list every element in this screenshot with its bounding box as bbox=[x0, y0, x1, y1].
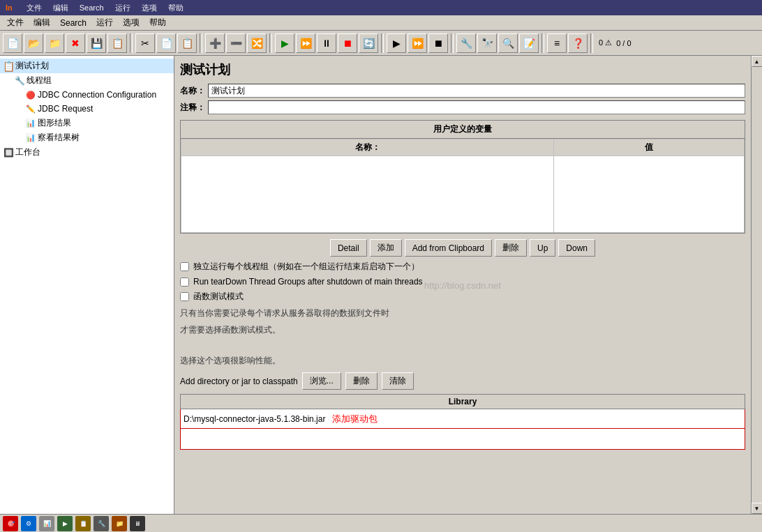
delete-button[interactable]: 删除 bbox=[495, 239, 527, 257]
os-menu-help[interactable]: 帮助 bbox=[165, 1, 186, 15]
workbench-icon: 🔲 bbox=[3, 147, 14, 158]
down-button[interactable]: Down bbox=[558, 239, 595, 257]
toolbar-clear-all[interactable]: 🔄 bbox=[359, 33, 378, 53]
os-logo: In bbox=[3, 2, 15, 13]
tree-label-test-plan: 测试计划 bbox=[15, 60, 49, 72]
toolbar-log-viewer[interactable]: 📝 bbox=[519, 33, 539, 53]
toolbar-run[interactable]: ▶ bbox=[275, 33, 294, 53]
tree-item-workbench[interactable]: 🔲 工作台 bbox=[0, 145, 174, 160]
toolbar-new[interactable]: 📄 bbox=[3, 33, 22, 53]
test-plan-icon: 📋 bbox=[3, 61, 14, 72]
toolbar-toggle[interactable]: 🔀 bbox=[247, 33, 267, 53]
checkbox-row-1: 独立运行每个线程组（例如在一个组运行结束后启动下一个） bbox=[180, 261, 745, 273]
scroll-up[interactable]: ▲ bbox=[752, 56, 763, 67]
name-label: 名称： bbox=[180, 85, 205, 97]
tree-label-graph-result: 图形结果 bbox=[38, 117, 71, 129]
toolbar-close[interactable]: ✖ bbox=[66, 33, 85, 53]
tree-label-jdbc-request: JDBC Request bbox=[38, 104, 93, 114]
toolbar-open[interactable]: 📂 bbox=[24, 33, 43, 53]
os-menu-search[interactable]: Search bbox=[77, 2, 107, 13]
tree-item-thread-group[interactable]: 🔧 线程组 bbox=[0, 73, 174, 88]
os-menu-run[interactable]: 运行 bbox=[112, 1, 133, 15]
toolbar-pause[interactable]: ⏸ bbox=[317, 33, 336, 53]
classpath-section: Add directory or jar to classpath 浏览... … bbox=[180, 372, 745, 450]
toolbar-about[interactable]: ❓ bbox=[568, 33, 588, 53]
sidebar-tree: 📋 测试计划 🔧 线程组 🔴 JDBC Connection Configura… bbox=[0, 56, 174, 514]
toolbar-remote-start-all[interactable]: ⏩ bbox=[408, 33, 427, 53]
statusbar-icon-7: 📁 bbox=[112, 516, 127, 531]
toolbar-stop[interactable]: ⏹ bbox=[338, 33, 357, 53]
app-menubar: 文件 编辑 Search 运行 选项 帮助 bbox=[0, 15, 762, 31]
toolbar-cut[interactable]: ✂ bbox=[135, 33, 155, 53]
tree-item-tree-result[interactable]: 📊 察看结果树 bbox=[0, 130, 174, 145]
tree-item-jdbc-request[interactable]: ✏️ JDBC Request bbox=[0, 102, 174, 116]
menu-options[interactable]: 选项 bbox=[119, 15, 144, 30]
toolbar-collapse[interactable]: ➖ bbox=[226, 33, 246, 53]
toolbar-save[interactable]: 💾 bbox=[87, 33, 106, 53]
checkbox-teardown[interactable] bbox=[180, 278, 189, 287]
toolbar-sep-1 bbox=[130, 33, 133, 53]
toolbar-remote-stop[interactable]: ⏹ bbox=[428, 33, 448, 53]
tree-item-test-plan[interactable]: 📋 测试计划 bbox=[0, 59, 174, 73]
description-3: 选择这个选项很影响性能。 bbox=[180, 354, 745, 367]
browse-button[interactable]: 浏览... bbox=[302, 372, 341, 390]
statusbar-icon-1: 🎯 bbox=[3, 516, 18, 531]
checkbox-func-mode-label: 函数测试模式 bbox=[193, 291, 244, 303]
tree-label-workbench: 工作台 bbox=[15, 146, 40, 158]
toolbar-list-view[interactable]: ≡ bbox=[547, 33, 567, 53]
clear-button[interactable]: 清除 bbox=[382, 372, 414, 390]
tree-label-jdbc-config: JDBC Connection Configuration bbox=[38, 90, 156, 100]
tree-item-graph-result[interactable]: 📊 图形结果 bbox=[0, 116, 174, 130]
statusbar-icon-2: ⚙ bbox=[21, 516, 36, 531]
toolbar-binoculars[interactable]: 🔍 bbox=[498, 33, 518, 53]
up-button[interactable]: Up bbox=[530, 239, 555, 257]
var-name-cell bbox=[181, 156, 554, 233]
toolbar-help[interactable]: 🔭 bbox=[477, 33, 497, 53]
classpath-delete-button[interactable]: 删除 bbox=[345, 372, 378, 390]
add-from-clipboard-button[interactable]: Add from Clipboard bbox=[405, 239, 492, 257]
detail-button[interactable]: Detail bbox=[330, 239, 367, 257]
os-menu-edit[interactable]: 编辑 bbox=[50, 1, 71, 15]
menu-help[interactable]: 帮助 bbox=[145, 15, 170, 30]
statusbar-icon-4: ▶ bbox=[57, 516, 73, 531]
variables-table: 名称： 值 bbox=[181, 139, 745, 233]
tree-item-jdbc-config[interactable]: 🔴 JDBC Connection Configuration bbox=[0, 88, 174, 102]
menu-edit[interactable]: 编辑 bbox=[29, 15, 54, 30]
toolbar-sep-6 bbox=[541, 33, 544, 53]
toolbar-save-template[interactable]: 📁 bbox=[45, 33, 64, 53]
menu-file[interactable]: 文件 bbox=[3, 15, 28, 30]
tree-label-tree-result: 察看结果树 bbox=[38, 132, 80, 144]
buttons-row: Detail 添加 Add from Clipboard 删除 Up Down bbox=[180, 239, 745, 257]
library-entry: D:\mysql-connector-java-5.1.38-bin.jar bbox=[184, 414, 325, 424]
classpath-label: Add directory or jar to classpath bbox=[180, 377, 298, 386]
comment-input[interactable] bbox=[208, 100, 745, 114]
os-menu-options[interactable]: 选项 bbox=[139, 1, 160, 15]
run-counter: 0 / 0 bbox=[616, 39, 631, 47]
toolbar-sep-7 bbox=[590, 33, 593, 53]
toolbar-remote-start[interactable]: ▶ bbox=[387, 33, 406, 53]
library-col-header: Library bbox=[181, 395, 745, 409]
add-button[interactable]: 添加 bbox=[370, 239, 402, 257]
toolbar-copy[interactable]: 📄 bbox=[156, 33, 176, 53]
toolbar-run-no-pause[interactable]: ⏩ bbox=[296, 33, 315, 53]
toolbar-paste[interactable]: 📋 bbox=[177, 33, 197, 53]
classpath-row: Add directory or jar to classpath 浏览... … bbox=[180, 372, 745, 390]
toolbar-sep-4 bbox=[381, 33, 384, 53]
jdbc-request-icon: ✏️ bbox=[25, 103, 36, 114]
os-menu-file[interactable]: 文件 bbox=[24, 1, 45, 15]
menu-search[interactable]: Search bbox=[56, 17, 91, 29]
toolbar-save-as[interactable]: 📋 bbox=[107, 33, 127, 53]
checkbox-func-mode[interactable] bbox=[180, 292, 189, 301]
graph-result-icon: 📊 bbox=[25, 118, 36, 129]
menu-run[interactable]: 运行 bbox=[92, 15, 117, 30]
comment-label: 注释： bbox=[180, 102, 205, 114]
description-2: 才需要选择函数测试模式。 bbox=[180, 324, 745, 336]
error-counter: 0 ⚠ bbox=[599, 38, 612, 47]
scroll-down[interactable]: ▼ bbox=[752, 503, 763, 514]
name-input[interactable] bbox=[208, 84, 745, 98]
toolbar-expand[interactable]: ➕ bbox=[205, 33, 225, 53]
tree-result-icon: 📊 bbox=[25, 132, 36, 144]
toolbar-function-helper[interactable]: 🔧 bbox=[456, 33, 476, 53]
checkbox-thread-group[interactable] bbox=[180, 262, 189, 271]
library-row[interactable]: D:\mysql-connector-java-5.1.38-bin.jar 添… bbox=[181, 409, 745, 429]
